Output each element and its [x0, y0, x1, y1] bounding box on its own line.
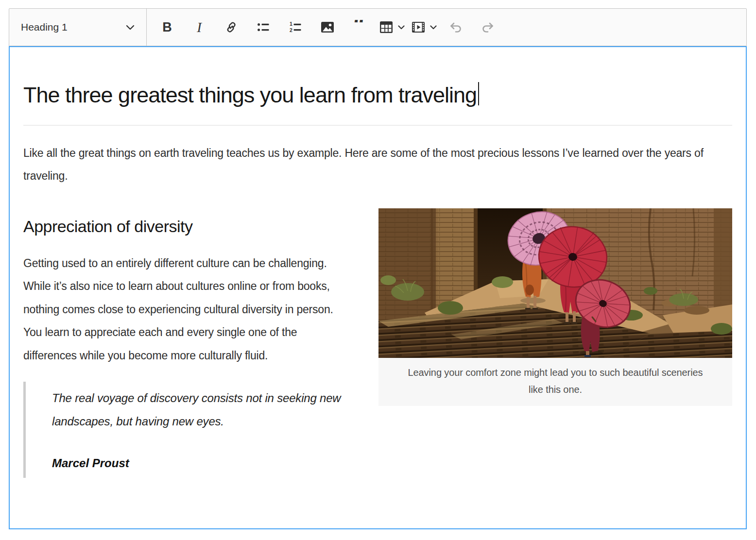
italic-button[interactable]: I	[186, 14, 213, 41]
italic-icon: I	[197, 19, 202, 35]
insert-image-button[interactable]	[314, 14, 341, 41]
toolbar-buttons: B I	[147, 9, 501, 46]
link-icon	[224, 20, 238, 34]
link-button[interactable]	[218, 14, 245, 41]
bulleted-list-button[interactable]	[250, 14, 277, 41]
table-icon	[379, 20, 394, 34]
numbered-list-button[interactable]: 1 2	[282, 14, 309, 41]
undo-button[interactable]	[442, 14, 469, 41]
media-embed-icon	[411, 20, 426, 34]
chevron-down-icon	[430, 25, 437, 30]
editor-content-area[interactable]: The three greatest things you learn from…	[9, 46, 747, 529]
quote-author: Marcel Proust	[52, 456, 349, 470]
chevron-down-icon	[126, 25, 135, 30]
document-title: The three greatest things you learn from…	[23, 82, 732, 126]
numbered-list-icon: 1 2	[289, 20, 302, 34]
insert-table-button[interactable]	[378, 14, 405, 41]
bold-icon: B	[162, 20, 172, 35]
chevron-down-icon	[398, 25, 405, 30]
bold-button[interactable]: B	[154, 14, 181, 41]
quote-text: The real voyage of discovery consists no…	[52, 387, 349, 433]
rich-text-editor: Heading 1 B I	[9, 8, 747, 529]
undo-icon	[448, 20, 463, 34]
heading-dropdown[interactable]: Heading 1	[9, 9, 147, 46]
inline-image-figure[interactable]: Leaving your comfort zone might lead you…	[378, 208, 732, 406]
monks-umbrellas-photo	[378, 208, 732, 358]
text-cursor	[478, 82, 479, 105]
intro-paragraph: Like all the great things on earth trave…	[23, 142, 732, 187]
block-quote-icon: “	[353, 20, 366, 34]
heading-dropdown-label: Heading 1	[21, 21, 68, 33]
redo-button[interactable]	[474, 14, 501, 41]
block-quote-button[interactable]: “	[346, 14, 373, 41]
image-caption[interactable]: Leaving your comfort zone might lead you…	[378, 358, 732, 406]
svg-text:2: 2	[290, 27, 292, 33]
editor-toolbar: Heading 1 B I	[9, 8, 747, 46]
insert-media-button[interactable]	[410, 14, 437, 41]
block-quote: The real voyage of discovery consists no…	[23, 382, 349, 478]
redo-icon	[481, 20, 495, 34]
bulleted-list-icon	[257, 20, 270, 34]
image-icon	[320, 20, 335, 34]
svg-text:1: 1	[290, 21, 292, 27]
